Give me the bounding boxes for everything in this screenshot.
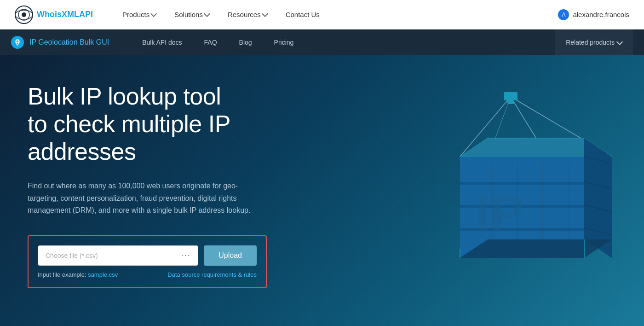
- nav-solutions[interactable]: Solutions: [167, 7, 217, 22]
- sub-nav-links: Bulk API docs FAQ Blog Pricing: [131, 29, 555, 55]
- upload-section: Choose file (*.csv) ··· Upload Input fil…: [28, 235, 267, 288]
- upload-footer: Input file example: sample.csv Data sour…: [38, 271, 257, 278]
- hero-illustration: IP: [386, 92, 616, 285]
- sub-nav-related-products[interactable]: Related products: [555, 29, 633, 55]
- resources-chevron-icon: [262, 11, 268, 17]
- products-chevron-icon: [150, 11, 157, 17]
- top-navigation: WhoisXMLAPI Products Solutions Resources…: [0, 0, 644, 29]
- user-area[interactable]: A alexandre.francois: [558, 9, 629, 20]
- data-source-rules-link[interactable]: Data source requirements & rules: [167, 271, 257, 278]
- related-products-chevron-icon: [616, 38, 623, 45]
- solutions-chevron-icon: [204, 11, 210, 17]
- upload-button[interactable]: Upload: [204, 245, 257, 266]
- sub-nav-title: IP Geolocation Bulk GUI: [29, 38, 109, 47]
- sub-nav-bulk-api-docs[interactable]: Bulk API docs: [131, 29, 193, 55]
- sample-csv-link[interactable]: sample.csv: [88, 271, 118, 278]
- svg-point-2: [22, 12, 26, 17]
- sub-nav-blog[interactable]: Blog: [228, 29, 263, 55]
- file-input-dots: ···: [182, 251, 190, 260]
- svg-rect-9: [504, 92, 518, 100]
- top-nav-links: Products Solutions Resources Contact Us: [115, 7, 558, 22]
- hero-title: Bulk IP lookup toolto check multiple IPa…: [28, 83, 267, 165]
- nav-resources[interactable]: Resources: [220, 7, 275, 22]
- sub-nav-faq[interactable]: FAQ: [193, 29, 228, 55]
- svg-text:IP: IP: [476, 184, 524, 241]
- location-icon: [11, 36, 24, 49]
- nav-contact[interactable]: Contact Us: [278, 7, 327, 22]
- upload-row: Choose file (*.csv) ··· Upload: [38, 245, 257, 266]
- sub-nav-brand: IP Geolocation Bulk GUI: [11, 36, 124, 49]
- sub-nav-pricing[interactable]: Pricing: [263, 29, 305, 55]
- logo-text: WhoisXMLAPI: [37, 10, 93, 19]
- user-avatar-icon: A: [558, 9, 569, 20]
- input-file-label: Input file example: sample.csv: [38, 271, 118, 278]
- file-input[interactable]: Choose file (*.csv) ···: [38, 245, 198, 266]
- sub-navigation: IP Geolocation Bulk GUI Bulk API docs FA…: [0, 29, 644, 55]
- container-svg: IP: [386, 92, 644, 304]
- file-input-placeholder: Choose file (*.csv): [46, 252, 98, 259]
- hero-content: Bulk IP lookup toolto check multiple IPa…: [28, 83, 267, 288]
- svg-rect-10: [507, 100, 514, 104]
- logo-icon: [15, 6, 33, 24]
- svg-point-4: [16, 40, 19, 43]
- logo[interactable]: WhoisXMLAPI: [15, 6, 93, 24]
- nav-products[interactable]: Products: [115, 7, 163, 22]
- hero-description: Find out where as many as 100,000 web us…: [28, 180, 267, 216]
- hero-section: Bulk IP lookup toolto check multiple IPa…: [0, 55, 644, 326]
- username: alexandre.francois: [573, 11, 629, 18]
